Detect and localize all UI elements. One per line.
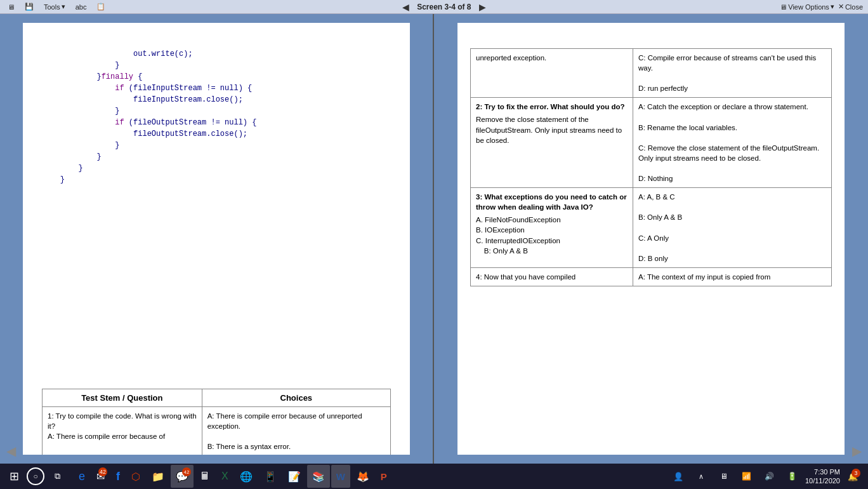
toolbar-icon2[interactable]: 💾 — [21, 1, 37, 13]
prev-screen-btn[interactable]: ◀ — [400, 2, 412, 12]
tray-wifi[interactable]: 📶 — [737, 466, 757, 486]
table-row: 3: What exceptions do you need to catch … — [471, 188, 832, 268]
table-row: 2: Try to fix the error. What should you… — [471, 98, 832, 188]
notif-badge: 3 — [852, 469, 860, 478]
q3-opt-c: C. InterruptedIOException — [476, 236, 628, 246]
taskbar: ⊞ ○ ⧉ e ✉ 42 f ⬡ 📁 💬 42 🖩 X 🌐 📱 📝 — [0, 464, 868, 489]
table-row: 1: Try to compile the code. What is wron… — [43, 407, 391, 455]
notification-btn[interactable]: 🔔 3 — [843, 466, 863, 486]
taskbar-app1[interactable]: 📱 — [259, 465, 282, 488]
taskbar-ie[interactable]: e — [74, 465, 90, 488]
system-time: 7:30 PM 10/11/2020 — [805, 467, 840, 486]
toolbar-icon1[interactable]: 🖥 — [4, 1, 18, 13]
toolbar-center: ◀ Screen 3-4 of 8 ▶ — [113, 2, 775, 12]
taskbar-storyline[interactable]: 📚 — [307, 465, 330, 488]
doc-left: out.write(c); } }finally { if (fileInput… — [23, 23, 410, 455]
task-view-btn[interactable]: ⧉ — [47, 466, 67, 486]
code-line-4: if (fileInputStream != null) { — [42, 83, 391, 94]
q3-answers-cell: A: A, B & C B: Only A & B C: A Only D: B… — [633, 188, 832, 268]
toolbar-left: 🖥 💾 Tools ▾ abc 📋 — [0, 1, 113, 13]
taskbar-calculator[interactable]: 🖩 — [195, 465, 215, 488]
q1-ans-c: C: Compile error because of streams can'… — [638, 53, 826, 73]
messenger-badge: 42 — [182, 467, 191, 476]
q2-choice: Remove the close statement of the fileOu… — [476, 114, 628, 145]
q3-opt-a: A. FileNotFoundException — [476, 215, 628, 225]
tray-user[interactable]: 👤 — [668, 466, 688, 486]
taskbar-powerpoint[interactable]: P — [376, 465, 392, 488]
q1-answers-cell: C: Compile error because of streams can'… — [633, 49, 832, 98]
col-header-question: Test Stem / Question — [43, 389, 202, 407]
view-options-btn[interactable]: 🖥 View Options ▾ — [780, 3, 834, 11]
q4-cell: 4: Now that you have compiled — [471, 267, 633, 286]
code-line-6: } — [42, 105, 391, 117]
choice-b-1: B: There is a syntax error. — [207, 441, 385, 452]
table-row: unreported exception. C: Compile error b… — [471, 49, 832, 98]
page-left: out.write(c); } }finally { if (fileInput… — [0, 14, 434, 464]
q2-cell: 2: Try to fix the error. What should you… — [471, 98, 633, 188]
start-button[interactable]: ⊞ — [4, 466, 24, 486]
doc-right: unreported exception. C: Compile error b… — [457, 23, 845, 455]
tools-menu[interactable]: Tools ▾ — [40, 1, 69, 13]
q2-answers-cell: A: Catch the exception or declare a thro… — [633, 98, 832, 188]
next-screen-btn[interactable]: ▶ — [477, 2, 489, 12]
taskbar-left: ⊞ ○ ⧉ — [0, 466, 71, 486]
mail-badge: 42 — [98, 467, 107, 476]
q3-ans-b: B: Only A & B — [638, 212, 826, 222]
q1-ans-d: D: run perfectly — [638, 83, 826, 93]
code-line-5: fileInputStream.close(); — [42, 94, 391, 105]
q3-given: B: Only A & B — [476, 246, 628, 256]
search-button[interactable]: ○ — [27, 467, 44, 485]
taskbar-center: e ✉ 42 f ⬡ 📁 💬 42 🖩 X 🌐 📱 📝 📚 W 🦊 — [71, 465, 663, 488]
code-line-9: } — [42, 140, 391, 151]
code-line-2: } — [42, 60, 391, 71]
table-row: 4: Now that you have compiled A: The con… — [471, 267, 832, 286]
q2-ans-a: A: Catch the exception or declare a thro… — [638, 102, 826, 112]
taskbar-word[interactable]: W — [331, 465, 350, 488]
q4-text: 4: Now that you have compiled — [476, 272, 628, 282]
right-table: unreported exception. C: Compile error b… — [470, 48, 832, 286]
q3-ans-a: A: A, B & C — [638, 192, 826, 202]
q2-ans-c: C: Remove the close statement of the fil… — [638, 143, 826, 163]
taskbar-right: 👤 ∧ 🖥 📶 🔊 🔋 7:30 PM 10/11/2020 🔔 3 — [663, 466, 868, 486]
tray-icon1[interactable]: 🖥 — [714, 466, 734, 486]
toolbar-right: 🖥 View Options ▾ ✕ Close — [775, 3, 868, 11]
q3-text: 3: What exceptions do you need to catch … — [476, 192, 628, 212]
tray-battery[interactable]: 🔋 — [782, 466, 803, 486]
taskbar-mail[interactable]: ✉ 42 — [91, 465, 110, 488]
taskbar-chrome[interactable]: 🌐 — [235, 465, 258, 488]
q4-ans-a: A: The context of my input is copied fro… — [638, 272, 826, 282]
q2-ans-b: B: Rename the local variables. — [638, 123, 826, 133]
toolbar-icon3[interactable]: 📋 — [93, 1, 109, 13]
nav-arrow-right[interactable]: ▶ — [852, 443, 862, 459]
close-btn[interactable]: ✕ Close — [838, 3, 863, 11]
taskbar-facebook[interactable]: f — [111, 465, 125, 488]
code-line-12: } — [42, 174, 391, 185]
code-line-8: fileOutputStream.close(); — [42, 128, 391, 140]
col-header-choices: Choices — [202, 389, 390, 407]
answer-a-1: A: There is compile error because of — [48, 431, 197, 441]
quiz-table: Test Stem / Question Choices 1: Try to c… — [42, 389, 391, 455]
taskbar-notes[interactable]: 📝 — [283, 465, 306, 488]
taskbar-office[interactable]: ⬡ — [126, 465, 145, 488]
nav-arrow-left[interactable]: ◀ — [6, 443, 16, 459]
question-text-1: 1: Try to compile the code. What is wron… — [48, 411, 197, 431]
q3-ans-d: D: B only — [638, 253, 826, 264]
code-line-3: }finally { — [42, 71, 391, 83]
taskbar-excel[interactable]: X — [216, 465, 233, 488]
tray-volume[interactable]: 🔊 — [760, 466, 780, 486]
code-line-11: } — [42, 163, 391, 174]
top-toolbar: 🖥 💾 Tools ▾ abc 📋 ◀ Screen 3-4 of 8 ▶ 🖥 … — [0, 0, 868, 14]
taskbar-explorer[interactable]: 📁 — [147, 465, 169, 488]
code-line-1: out.write(c); — [42, 48, 391, 60]
taskbar-firefox[interactable]: 🦊 — [352, 465, 374, 488]
q4-answers-cell: A: The context of my input is copied fro… — [633, 267, 832, 286]
q1-cont-cell: unreported exception. — [471, 49, 633, 98]
code-line-7: if (fileOutputStream != null) { — [42, 117, 391, 128]
toolbar-abc[interactable]: abc — [72, 1, 91, 13]
tray-arrow[interactable]: ∧ — [691, 466, 711, 486]
taskbar-messenger[interactable]: 💬 42 — [171, 465, 194, 488]
page-right: unreported exception. C: Compile error b… — [434, 14, 868, 464]
q2-ans-d: D: Nothing — [638, 173, 826, 184]
time-display: 7:30 PM — [805, 467, 840, 476]
q1-cont-text: unreported exception. — [476, 53, 628, 63]
